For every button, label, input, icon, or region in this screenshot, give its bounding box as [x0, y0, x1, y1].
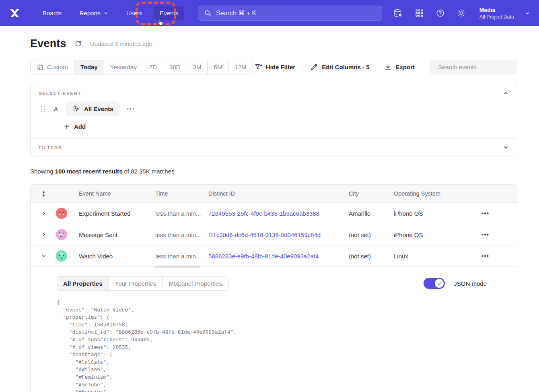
- event-selector-button[interactable]: All Events: [66, 101, 119, 116]
- settings-gear-icon[interactable]: [457, 8, 466, 18]
- table-header-row: Event Name Time Distinct ID City Operati…: [31, 185, 517, 203]
- add-label: Add: [74, 123, 86, 130]
- properties-tabs: All Properties Your Properties Mixpanel …: [57, 276, 228, 291]
- event-name-cell: Message Sent: [71, 231, 148, 238]
- chevron-up-icon[interactable]: [503, 90, 509, 96]
- refresh-icon[interactable]: [74, 40, 82, 47]
- chevron-down-icon: [525, 10, 530, 16]
- filters-label: FILTERS: [39, 145, 62, 150]
- export-label: Export: [395, 64, 415, 70]
- row-more-options-icon[interactable]: [472, 234, 517, 235]
- row-more-options-icon[interactable]: [472, 255, 517, 257]
- time-cell: less than a min...: [148, 231, 201, 238]
- event-avatar: [56, 208, 67, 219]
- drag-handle[interactable]: [41, 106, 45, 112]
- download-icon: [384, 63, 392, 71]
- filter-icon: [254, 63, 262, 71]
- event-name-cell: Experiment Started: [71, 210, 148, 217]
- collapse-row-icon[interactable]: [31, 253, 53, 259]
- hide-filter-label: Hide Filter: [266, 64, 295, 70]
- nav-item-label: Users: [126, 10, 142, 17]
- time-cell: less than a min...: [148, 253, 201, 260]
- project-selector[interactable]: Media All Project Data: [479, 6, 530, 20]
- json-mode-label: JSON mode: [454, 280, 487, 287]
- search-events-input[interactable]: [438, 64, 518, 70]
- event-name-cell: Watch Video: [71, 253, 148, 260]
- row-more-options-icon[interactable]: [472, 213, 517, 214]
- hide-filter-button[interactable]: Hide Filter: [254, 63, 295, 71]
- column-header-city[interactable]: City: [341, 190, 386, 197]
- date-range-custom[interactable]: Custom: [31, 60, 74, 74]
- global-search-input[interactable]: [216, 10, 376, 17]
- plus-icon: [64, 124, 70, 130]
- add-event-button[interactable]: Add: [64, 123, 517, 130]
- events-table: Event Name Time Distinct ID City Operati…: [30, 184, 517, 392]
- column-header-event-name[interactable]: Event Name: [71, 190, 148, 197]
- nav-item-boards[interactable]: Boards: [37, 6, 68, 20]
- search-events: [430, 60, 517, 74]
- chevron-down-icon[interactable]: [503, 144, 509, 151]
- table-row: Experiment Started less than a min... 72…: [31, 203, 517, 224]
- date-range-label: Custom: [47, 64, 68, 70]
- nav-item-label: Reports: [80, 10, 101, 17]
- sort-updown-icon[interactable]: [31, 190, 53, 197]
- mixpanel-logo-icon[interactable]: [10, 9, 20, 18]
- event-more-options-icon[interactable]: [128, 107, 133, 111]
- date-range-12m[interactable]: 12M: [228, 60, 252, 74]
- chevron-down-icon: [103, 10, 109, 16]
- project-name: Media: [479, 6, 514, 14]
- date-range-yesterday[interactable]: Yesterday: [104, 60, 143, 74]
- select-event-label: SELECT EVENT: [39, 91, 81, 96]
- last-updated-text: Updated 3 minutes ago: [90, 40, 152, 47]
- tab-your-properties[interactable]: Your Properties: [109, 276, 163, 290]
- help-icon[interactable]: [436, 8, 445, 18]
- event-detail-panel: All Properties Your Properties Mixpanel …: [31, 267, 517, 392]
- nav-utilities: Media All Project Data: [393, 6, 530, 20]
- nav-item-events[interactable]: Events: [154, 6, 184, 20]
- column-header-os[interactable]: Operating System: [386, 190, 472, 197]
- pencil-icon: [310, 63, 318, 71]
- magic-cursor-icon: [72, 105, 80, 113]
- page-title: Events: [30, 37, 66, 50]
- step-letter: A: [54, 105, 66, 112]
- top-navbar: Boards Reports Users Events: [0, 0, 539, 26]
- os-cell: iPhone OS: [386, 210, 472, 217]
- results-summary: Showing 100 most recent results of 82.35…: [30, 168, 517, 175]
- main-content: Events Updated 3 minutes ago Custom Toda…: [0, 26, 539, 392]
- column-header-time[interactable]: Time: [148, 190, 201, 197]
- event-json-content: { "event": "Watch Video", "properties": …: [57, 299, 509, 392]
- nav-item-label: Boards: [43, 10, 62, 17]
- json-mode-toggle[interactable]: [424, 278, 445, 289]
- global-search: [198, 6, 382, 21]
- expand-row-icon[interactable]: [31, 210, 53, 216]
- data-management-icon[interactable]: [393, 8, 403, 18]
- tab-all-properties[interactable]: All Properties: [57, 276, 109, 290]
- distinct-id-link[interactable]: f11c30d6-dc6d-4518-9136-0d046159c84d: [201, 231, 341, 238]
- table-row: Message Sent less than a min... f11c30d6…: [31, 224, 517, 246]
- export-button[interactable]: Export: [384, 63, 415, 71]
- primary-nav: Boards Reports Users Events: [37, 6, 184, 20]
- calendar-icon: [37, 64, 44, 71]
- project-scope: All Project Data: [479, 14, 514, 20]
- date-range-6m[interactable]: 6M: [208, 60, 228, 74]
- edit-columns-label: Edit Columns · 5: [322, 64, 369, 70]
- toggle-check-icon: [435, 279, 444, 288]
- os-cell: iPhone OS: [386, 231, 472, 238]
- date-range-7d[interactable]: 7D: [143, 60, 163, 74]
- nav-item-users[interactable]: Users: [120, 6, 148, 20]
- date-range-3m[interactable]: 3M: [187, 60, 208, 74]
- distinct-id-link[interactable]: 72d49553-25fc-4f0c-b436-1b5ac6ab3388: [201, 210, 341, 217]
- date-range-today[interactable]: Today: [74, 60, 104, 74]
- apps-grid-icon[interactable]: [415, 8, 424, 18]
- distinct-id-link[interactable]: 5886283e-e9fb-48fb-81de-40e9093a2af4: [201, 253, 341, 260]
- date-range-selector: Custom Today Yesterday 7D 30D 3M 6M 12M: [30, 60, 253, 74]
- expand-row-icon[interactable]: [31, 232, 53, 237]
- horizontal-scrollbar[interactable]: [154, 266, 201, 268]
- column-header-distinct-id[interactable]: Distinct ID: [201, 190, 341, 197]
- event-avatar: [56, 229, 67, 240]
- nav-item-reports[interactable]: Reports: [74, 6, 115, 20]
- tab-mixpanel-properties[interactable]: Mixpanel Properties: [163, 276, 228, 290]
- date-range-30d[interactable]: 30D: [163, 60, 187, 74]
- edit-columns-button[interactable]: Edit Columns · 5: [310, 63, 369, 71]
- event-avatar: [56, 250, 67, 262]
